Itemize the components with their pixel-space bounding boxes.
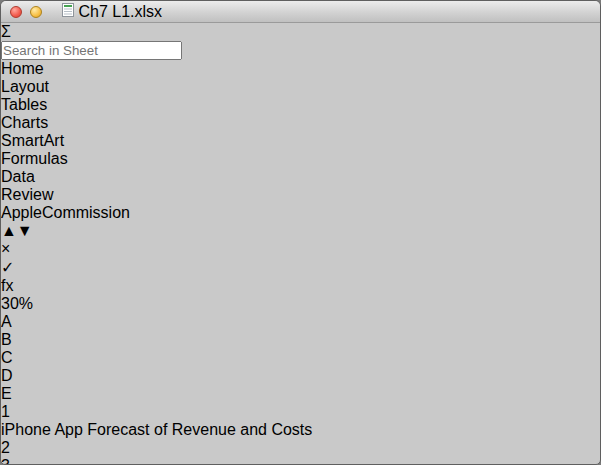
minimize-button[interactable] xyxy=(30,6,42,18)
ribbon-tab-list: HomeLayoutTablesChartsSmartArtFormulasDa… xyxy=(1,60,600,204)
tab-home[interactable]: Home xyxy=(1,60,600,78)
cancel-entry-button[interactable]: × xyxy=(1,240,600,258)
window-controls xyxy=(10,6,62,18)
ribbon-tab-label: Home xyxy=(1,60,44,77)
excel-window: Ch7 L1.xlsx Σ HomeLayoutTablesChartsSmar… xyxy=(0,0,601,465)
title-bar[interactable]: Ch7 L1.xlsx xyxy=(1,1,600,23)
ribbon-tab-label: Tables xyxy=(1,96,47,113)
column-header-A[interactable]: A xyxy=(1,313,600,331)
grid-row-1: 1iPhone App Forecast of Revenue and Cost… xyxy=(1,403,600,439)
grid-row-2: 2 xyxy=(1,439,600,457)
tab-data[interactable]: Data xyxy=(1,168,600,186)
window-title: Ch7 L1.xlsx xyxy=(78,3,162,20)
tab-tables[interactable]: Tables xyxy=(1,96,600,114)
accept-entry-button[interactable]: ✓ xyxy=(1,258,600,277)
column-header-E[interactable]: E xyxy=(1,385,600,403)
zoom-button[interactable] xyxy=(50,6,62,18)
ribbon-tab-label: Formulas xyxy=(1,150,68,167)
tab-layout[interactable]: Layout xyxy=(1,78,600,96)
ribbon-tab-label: Review xyxy=(1,186,53,203)
row-header-1[interactable]: 1 xyxy=(1,403,600,421)
toolbar: Σ xyxy=(1,23,600,60)
title-area: Ch7 L1.xlsx xyxy=(62,3,162,21)
ribbon-tab-label: SmartArt xyxy=(1,132,64,149)
formula-input[interactable]: 30% xyxy=(1,295,600,313)
close-button[interactable] xyxy=(10,6,22,18)
workbook-document-icon xyxy=(62,3,74,17)
autosum-icon: Σ xyxy=(1,23,11,40)
ribbon-tab-label: Data xyxy=(1,168,35,185)
row-header-3[interactable]: 3 xyxy=(1,457,600,465)
name-box[interactable]: AppleCommission xyxy=(1,204,600,222)
ribbon-tab-label: Layout xyxy=(1,78,49,95)
autosum-button[interactable]: Σ xyxy=(1,23,600,41)
name-box-stepper[interactable]: ▲▼ xyxy=(1,222,600,240)
insert-function-button[interactable]: fx xyxy=(1,277,600,295)
grid-row-3: 3Assumptions xyxy=(1,457,600,465)
formula-bar: AppleCommission ▲▼ × ✓ fx 30% xyxy=(1,204,600,313)
grid: ABCDE 1iPhone App Forecast of Revenue an… xyxy=(1,313,600,465)
tab-charts[interactable]: Charts xyxy=(1,114,600,132)
row-header-2[interactable]: 2 xyxy=(1,439,600,457)
ribbon: HomeLayoutTablesChartsSmartArtFormulasDa… xyxy=(1,60,600,204)
toolbar-buttons: Σ xyxy=(1,23,600,41)
search-input[interactable] xyxy=(1,41,182,60)
grid-body: 1iPhone App Forecast of Revenue and Cost… xyxy=(1,403,600,465)
search-box[interactable] xyxy=(1,41,600,60)
column-header-B[interactable]: B xyxy=(1,331,600,349)
tab-review[interactable]: Review xyxy=(1,186,600,204)
sheet-area: ABCDE 1iPhone App Forecast of Revenue an… xyxy=(1,313,600,465)
column-headers: ABCDE xyxy=(1,313,600,403)
ribbon-tab-label: Charts xyxy=(1,114,48,131)
tab-formulas[interactable]: Formulas xyxy=(1,150,600,168)
cell-A1[interactable]: iPhone App Forecast of Revenue and Costs xyxy=(1,421,600,439)
column-header-C[interactable]: C xyxy=(1,349,600,367)
column-header-D[interactable]: D xyxy=(1,367,600,385)
tab-smartart[interactable]: SmartArt xyxy=(1,132,600,150)
